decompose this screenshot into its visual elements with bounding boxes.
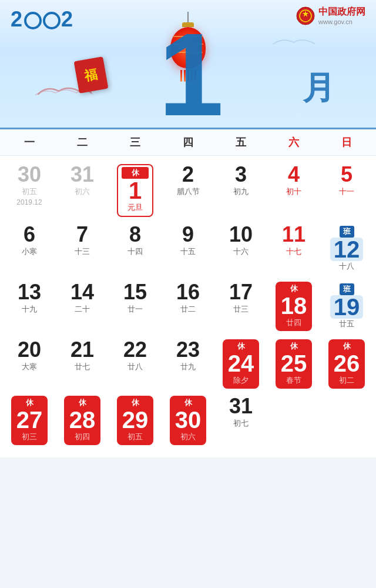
dow-mon: 一 xyxy=(3,135,56,149)
lunar-label: 初三 xyxy=(22,432,37,442)
lunar-label: 初五 xyxy=(127,432,143,442)
day-3: 3 初九 xyxy=(214,161,267,220)
hol-box: 休 24 除夕 xyxy=(223,339,259,389)
year-2: 2 xyxy=(11,7,24,31)
day-num: 6 xyxy=(24,224,35,245)
dow-wed: 三 xyxy=(109,135,162,149)
lunar-text: 大寒 xyxy=(22,362,37,372)
day-number-big: 1 xyxy=(129,179,142,202)
day-13: 13 十九 xyxy=(3,278,56,336)
day-27: 休 27 初三 xyxy=(3,392,56,449)
day-num: 10 xyxy=(229,224,253,245)
calendar-grid: 30 初五 2019.12 31 初六 休 1 元旦 2 腊八节 3 初九 xyxy=(0,156,376,457)
calendar-header: 22 中国政府网 www.gov.cn xyxy=(0,0,376,129)
day-number-big: 12 xyxy=(330,238,364,261)
day-5: 5 十一 xyxy=(320,161,373,220)
ban-box: 班 19 廿五 xyxy=(328,282,365,332)
day-12: 班 12 十八 xyxy=(320,220,373,278)
ban-badge: 班 xyxy=(340,226,354,238)
day-31-prev: 31 初六 xyxy=(56,161,109,220)
day-num: 16 xyxy=(176,282,200,303)
gov-logo: 中国政府网 www.gov.cn xyxy=(296,6,365,25)
day-30: 休 30 初六 xyxy=(162,392,214,449)
hol-box: 休 18 廿四 xyxy=(276,282,312,331)
day-28: 休 28 初四 xyxy=(56,392,109,449)
lunar-text: 十九 xyxy=(22,304,37,315)
day-25: 休 25 春节 xyxy=(267,336,320,392)
day-18: 休 18 廿四 xyxy=(267,278,320,336)
day-24: 休 24 除夕 xyxy=(214,336,267,392)
day-9: 9 十五 xyxy=(162,220,214,278)
day-num: 14 xyxy=(70,282,94,303)
hol-box: 休 28 初四 xyxy=(64,396,100,445)
day-30-prev: 30 初五 2019.12 xyxy=(3,161,56,220)
day-15: 15 廿一 xyxy=(109,278,162,336)
year-0-circle2 xyxy=(43,12,61,29)
day-number-big: 24 xyxy=(228,352,254,375)
lunar-label: 廿五 xyxy=(339,319,354,329)
dow-tue: 二 xyxy=(56,135,109,149)
lunar-text: 十三 xyxy=(75,246,90,257)
hol-box: 休 25 春节 xyxy=(276,339,312,389)
day-num: 20 xyxy=(18,339,41,360)
month-number: 1 xyxy=(158,16,217,129)
fu-tag: 福 xyxy=(74,56,109,93)
lunar-text: 腊八节 xyxy=(177,186,200,197)
day-11: 11 十七 xyxy=(267,220,320,278)
day-4: 4 初十 xyxy=(267,161,320,220)
lunar-text: 十四 xyxy=(127,246,143,257)
day-num: 7 xyxy=(76,224,88,245)
lunar-text: 十七 xyxy=(286,246,301,257)
lunar-text: 十一 xyxy=(339,186,354,197)
hol-box: 休 26 初二 xyxy=(328,339,365,389)
day-31: 31 初七 xyxy=(214,392,267,449)
year-last: 2 xyxy=(61,7,74,31)
day-num: 22 xyxy=(123,339,147,360)
day-21: 21 廿七 xyxy=(56,336,109,392)
yue-character: 月 xyxy=(303,66,335,110)
day-2: 2 腊八节 xyxy=(162,161,214,220)
day-22: 22 廿八 xyxy=(109,336,162,392)
dow-sat: 六 xyxy=(267,135,320,149)
dow-header: 一 二 三 四 五 六 日 xyxy=(0,129,376,156)
lunar-text: 廿一 xyxy=(127,304,143,315)
day-num: 30 xyxy=(18,164,41,185)
cloud-right xyxy=(270,35,317,49)
day-number-big: 25 xyxy=(281,352,307,375)
lunar-text: 初五 xyxy=(22,186,37,197)
ban-badge: 班 xyxy=(340,283,354,295)
gov-emblem-icon xyxy=(296,6,315,25)
day-num: 31 xyxy=(70,164,94,185)
day-num: 3 xyxy=(235,164,247,185)
day-number-big: 30 xyxy=(175,408,202,432)
hol-box: 休 27 初三 xyxy=(11,396,48,445)
day-number-big: 28 xyxy=(69,408,96,432)
day-16: 16 廿二 xyxy=(162,278,214,336)
hol-box: 休 29 初五 xyxy=(117,396,153,445)
day-23: 23 廿九 xyxy=(162,336,214,392)
lunar-label: 元旦 xyxy=(127,202,143,213)
lunar-text: 小寒 xyxy=(22,246,37,257)
lunar-label: 春节 xyxy=(286,375,301,386)
calendar-body: 一 二 三 四 五 六 日 30 初五 2019.12 31 初六 休 1 元旦 xyxy=(0,129,376,457)
day-num: 13 xyxy=(18,282,41,303)
lunar-text: 廿二 xyxy=(180,304,196,315)
lunar-text: 廿三 xyxy=(233,304,249,315)
lunar-text: 二十 xyxy=(75,304,90,315)
day-number-big: 29 xyxy=(122,408,149,432)
empty-2 xyxy=(320,392,373,449)
day-num: 4 xyxy=(288,164,300,185)
day-num: 9 xyxy=(182,224,194,245)
day-7: 7 十三 xyxy=(56,220,109,278)
dow-thu: 四 xyxy=(162,135,214,149)
lunar-text: 廿七 xyxy=(75,362,90,372)
day-num: 5 xyxy=(341,164,352,185)
day-num: 2 xyxy=(182,164,194,185)
day-14: 14 二十 xyxy=(56,278,109,336)
day-num: 17 xyxy=(229,282,253,303)
gov-text: 中国政府网 www.gov.cn xyxy=(318,6,365,25)
lunar-label: 初二 xyxy=(339,375,354,386)
lunar-text: 十六 xyxy=(233,246,249,257)
ban-box: 班 12 十八 xyxy=(328,224,365,275)
lunar-text: 廿八 xyxy=(127,362,143,372)
